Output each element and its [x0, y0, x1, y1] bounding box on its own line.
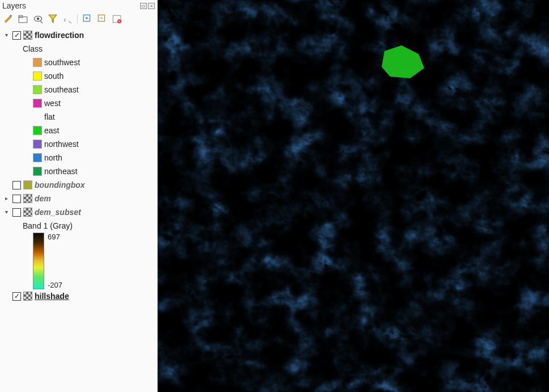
layers-tree: ▾ ✓ flowdirection Class southwest south … — [0, 27, 157, 392]
legend-item: northeast — [2, 165, 155, 178]
visibility-checkbox[interactable]: ✓ — [12, 31, 21, 40]
visibility-checkbox[interactable]: ✓ — [12, 195, 21, 203]
color-swatch-icon — [33, 112, 42, 121]
manage-visibility-button[interactable] — [33, 14, 43, 24]
layer-row-hillshade[interactable]: ✓ hillshade — [2, 289, 155, 303]
gradient-bar-icon — [33, 233, 44, 289]
layer-row-dem[interactable]: ▸ ✓ dem — [2, 192, 155, 205]
raster-layer-icon — [23, 31, 32, 40]
layers-toolbar: ε — [0, 11, 157, 27]
legend-label: east — [44, 125, 59, 136]
legend-item: west — [2, 96, 155, 110]
legend-item: east — [2, 124, 155, 137]
color-swatch-icon — [33, 71, 42, 81]
legend-label: north — [44, 152, 62, 163]
expand-all-button[interactable] — [82, 14, 92, 24]
style-layer-button[interactable] — [3, 14, 14, 24]
legend-heading: Class — [23, 43, 43, 54]
color-swatch-icon — [33, 167, 42, 176]
visibility-checkbox[interactable]: ✓ — [12, 292, 21, 301]
legend-label: northwest — [44, 138, 79, 150]
gradient-max-label: 697 — [48, 233, 62, 241]
color-swatch-icon — [33, 140, 42, 149]
svg-point-4 — [37, 18, 40, 20]
expand-toggle-icon[interactable]: ▾ — [2, 208, 10, 216]
layer-name-label: boundingbox — [35, 179, 85, 191]
remove-layer-button[interactable] — [112, 14, 122, 24]
raster-layer-icon — [23, 292, 32, 301]
close-icon[interactable]: × — [148, 3, 155, 9]
layer-name-label: dem_subset — [35, 206, 81, 218]
raster-layer-icon — [23, 194, 32, 203]
legend-label: flat — [44, 111, 55, 123]
layer-name-label: hillshade — [35, 290, 69, 302]
layer-name-label: flowdirection — [35, 29, 84, 41]
legend-heading-row: Class — [2, 42, 155, 56]
color-swatch-icon — [33, 126, 42, 135]
band-label: Band 1 (Gray) — [23, 220, 73, 231]
legend-item: flat — [2, 110, 155, 124]
color-swatch-icon — [33, 153, 42, 162]
legend-label: south — [44, 70, 64, 82]
band-label-row: Band 1 (Gray) — [2, 219, 155, 233]
legend-label: northeast — [44, 166, 77, 177]
svg-rect-17 — [158, 0, 549, 392]
layer-row-flowdirection[interactable]: ▾ ✓ flowdirection — [2, 28, 155, 42]
expand-toggle-icon[interactable]: ▸ — [2, 195, 10, 203]
add-group-button[interactable] — [18, 14, 28, 24]
visibility-checkbox[interactable]: ✓ — [12, 181, 21, 189]
panel-title: Layers — [2, 1, 26, 10]
legend-item: northwest — [2, 137, 155, 151]
legend-label: southeast — [44, 84, 79, 95]
color-swatch-icon — [23, 180, 32, 189]
color-swatch-icon — [33, 99, 42, 108]
panel-window-buttons: ▭ × — [140, 3, 155, 9]
collapse-all-button[interactable] — [97, 14, 107, 24]
filter-legend-button[interactable] — [48, 14, 58, 24]
gradient-labels: 697 -207 — [48, 233, 62, 289]
filter-by-expression-button[interactable]: ε — [62, 14, 73, 24]
legend-label: southwest — [44, 57, 80, 68]
legend-item: south — [2, 69, 155, 83]
color-swatch-icon — [33, 58, 42, 67]
color-swatch-icon — [33, 85, 42, 94]
layer-row-dem-subset[interactable]: ▾ ✓ dem_subset — [2, 205, 155, 219]
panel-header: Layers ▭ × — [0, 0, 157, 11]
expand-toggle-icon[interactable]: ▾ — [2, 31, 10, 39]
visibility-checkbox[interactable]: ✓ — [12, 208, 21, 217]
undock-icon[interactable]: ▭ — [140, 3, 147, 9]
raster-layer-icon — [23, 208, 32, 217]
layer-name-label: dem — [35, 193, 51, 204]
toolbar-separator — [77, 14, 78, 23]
layers-panel: Layers ▭ × ε — [0, 0, 158, 392]
gradient-min-label: -207 — [48, 281, 62, 289]
map-canvas[interactable] — [158, 0, 549, 392]
legend-item: southwest — [2, 56, 155, 69]
svg-rect-0 — [10, 15, 11, 16]
layer-row-boundingbox[interactable]: ✓ boundingbox — [2, 178, 155, 192]
terrain-render — [158, 0, 549, 392]
svg-text:ε: ε — [64, 16, 66, 23]
legend-item: southeast — [2, 83, 155, 96]
gradient-legend: 697 -207 — [2, 233, 155, 289]
legend-item: north — [2, 151, 155, 165]
legend-label: west — [44, 98, 61, 109]
